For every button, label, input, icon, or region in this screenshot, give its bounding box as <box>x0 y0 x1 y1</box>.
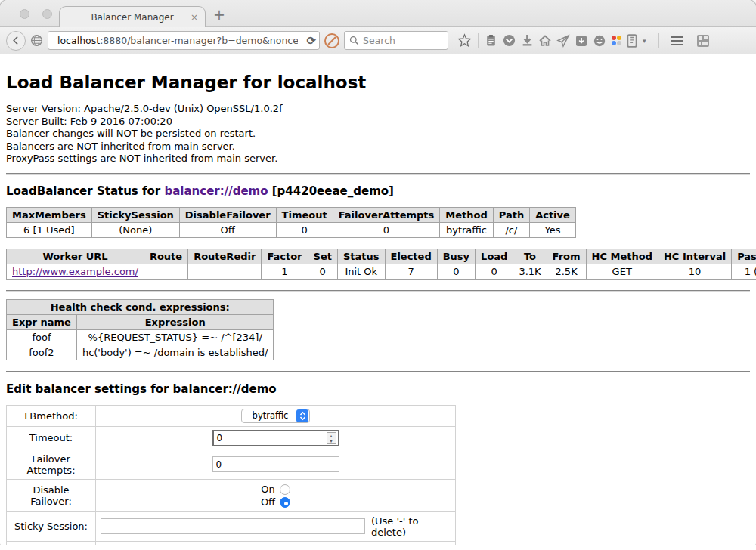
column-header: From <box>547 249 586 264</box>
column-header: HC Method <box>586 249 658 264</box>
blocked-content-icon[interactable] <box>324 33 339 48</box>
hc-method-cell: GET <box>586 264 658 279</box>
column-header: MaxMembers <box>7 207 92 222</box>
downloads-icon[interactable] <box>521 34 534 47</box>
method-cell: bytraffic <box>440 222 493 237</box>
status-heading-suffix: [p4420eeae_demo] <box>268 184 394 198</box>
passes-cell: 1 (0) <box>732 264 756 279</box>
back-button[interactable] <box>6 31 26 51</box>
lbmethod-selected-value: bytraffic <box>251 410 296 421</box>
inherit-note-line: Balancers are NOT inherited from main se… <box>6 141 750 153</box>
expr-name-cell: foof <box>7 329 77 345</box>
radio-off[interactable] <box>280 497 290 508</box>
loadbalancer-status-heading: LoadBalancer Status for balancer://demo … <box>6 184 750 198</box>
set-cell: 0 <box>308 264 337 279</box>
balancer-status-table: MaxMembers StickySession DisableFailover… <box>6 207 576 238</box>
elected-cell: 7 <box>385 264 437 279</box>
timeout-input[interactable]: 0 ▴▾ <box>212 430 339 446</box>
radio-on[interactable] <box>280 484 290 495</box>
table-header-row: Worker URL Route RouteRedir Factor Set S… <box>7 249 756 264</box>
sticky-session-hint: (Use '-' to delete) <box>371 515 451 538</box>
expr-name-cell: foof2 <box>7 345 77 360</box>
column-header: Elected <box>385 249 437 264</box>
site-identity-globe-icon[interactable] <box>30 34 43 47</box>
table-row: 6 [1 Used] (None) Off 0 0 bytraffic /c/ … <box>7 222 576 237</box>
reload-icon[interactable]: ⟳ <box>306 34 316 48</box>
path-cell: /c/ <box>493 222 529 237</box>
save-to-device-icon[interactable] <box>575 34 588 48</box>
timeout-cell: 0 <box>276 222 333 237</box>
column-header: Method <box>440 207 493 222</box>
minimize-window-button[interactable] <box>42 9 52 19</box>
bookmark-star-icon[interactable] <box>457 33 472 48</box>
lbmethod-label: LBmethod: <box>7 405 96 426</box>
column-header: Route <box>144 249 187 264</box>
panel-dropdown-caret-icon[interactable]: ▾ <box>643 37 646 45</box>
failover-attempts-row: Failover Attempts: <box>7 450 456 479</box>
disable-failover-row: Disable Failover: On Off <box>7 479 456 511</box>
tab-balancer-manager[interactable]: Balancer Manager × <box>59 6 206 27</box>
routeredir-cell <box>188 264 262 279</box>
select-stepper-icon <box>296 409 308 422</box>
worker-url-link[interactable]: http://www.example.com/ <box>12 266 138 277</box>
lbmethod-select[interactable]: bytraffic <box>241 409 311 423</box>
worker-row: http://www.example.com/ 1 0 Init Ok 7 0 … <box>7 264 756 279</box>
edit-balancer-heading: Edit balancer settings for balancer://de… <box>6 382 750 396</box>
clipboard-icon[interactable] <box>485 34 497 47</box>
toolbar-separator <box>478 33 479 48</box>
server-built-line: Server Built: Feb 9 2016 07:00:20 <box>6 116 750 128</box>
url-path: :8880/balancer-manager?b=demo&nonce=decc… <box>100 35 298 46</box>
busy-cell: 0 <box>437 264 475 279</box>
add-worker-row: Add New Worker: Are you sure? <box>7 541 456 545</box>
tab-title: Balancer Manager <box>91 12 173 23</box>
table-header-row: MaxMembers StickySession DisableFailover… <box>7 207 576 222</box>
new-tab-button[interactable]: + <box>213 6 225 23</box>
send-tab-icon[interactable] <box>556 34 570 48</box>
table-header-row: Expr name Expression <box>7 314 274 329</box>
balancer-settings-form: LBmethod: bytraffic Timeout: 0 ▴▾ <box>6 405 456 545</box>
section-divider <box>6 290 750 292</box>
load-cell: 0 <box>476 264 513 279</box>
tab-bar: Balancer Manager × + <box>0 0 756 27</box>
expression-cell: %{REQUEST_STATUS} =~ /^[234]/ <box>76 329 274 345</box>
url-bar[interactable]: localhost:8880/balancer-manager?b=demo&n… <box>48 31 320 50</box>
close-window-button[interactable] <box>20 9 29 19</box>
failover-attempts-input[interactable] <box>212 456 339 472</box>
sidebar-panel-icon[interactable] <box>626 34 638 48</box>
url-domain: localhost <box>57 35 100 46</box>
pocket-icon[interactable] <box>502 33 516 48</box>
column-header: Set <box>308 249 337 264</box>
search-bar[interactable]: Search <box>344 31 448 50</box>
failover-attempts-label: Failover Attempts: <box>7 450 96 479</box>
home-icon[interactable] <box>538 34 552 48</box>
table-row: foof2 hc('body') =~ /domain is establish… <box>7 345 274 360</box>
column-header: Path <box>493 207 529 222</box>
search-placeholder: Search <box>363 35 395 46</box>
sticky-session-row: Sticky Session: (Use '-' to delete) <box>7 511 456 541</box>
browser-window: Balancer Manager × + localhost:8880/bala… <box>0 0 756 545</box>
proxypass-note-line: ProxyPass settings are NOT inherited fro… <box>6 153 750 165</box>
menu-hamburger-icon[interactable] <box>670 35 685 47</box>
persist-note-line: Balancer changes will NOT be persisted o… <box>6 128 750 141</box>
maxmembers-cell: 6 [1 Used] <box>7 222 92 237</box>
screenshot-grid-icon[interactable] <box>696 33 711 48</box>
table-title-row: Health check cond. expressions: <box>7 299 274 314</box>
server-info: Server Version: Apache/2.5.0-dev (Unix) … <box>6 103 750 165</box>
radio-off-label: Off <box>261 496 275 508</box>
timeout-label: Timeout: <box>7 426 96 450</box>
sticky-session-input[interactable] <box>101 518 365 534</box>
column-header: Active <box>530 207 576 222</box>
navigation-toolbar: localhost:8880/balancer-manager?b=demo&n… <box>0 27 756 54</box>
column-header: To <box>513 249 547 264</box>
status-heading-prefix: LoadBalancer Status for <box>6 184 164 198</box>
number-spinner-icon[interactable]: ▴▾ <box>327 432 336 444</box>
feedback-smiley-icon[interactable] <box>593 34 606 48</box>
failoverattempts-cell: 0 <box>333 222 440 237</box>
balancer-demo-link[interactable]: balancer://demo <box>164 184 268 198</box>
route-cell <box>144 264 187 279</box>
sticky-session-label: Sticky Session: <box>7 511 96 541</box>
extension-dots-icon[interactable] <box>611 36 621 45</box>
column-header: Load <box>476 249 513 264</box>
lbmethod-row: LBmethod: bytraffic <box>7 405 456 426</box>
tab-close-icon[interactable]: × <box>191 12 198 23</box>
